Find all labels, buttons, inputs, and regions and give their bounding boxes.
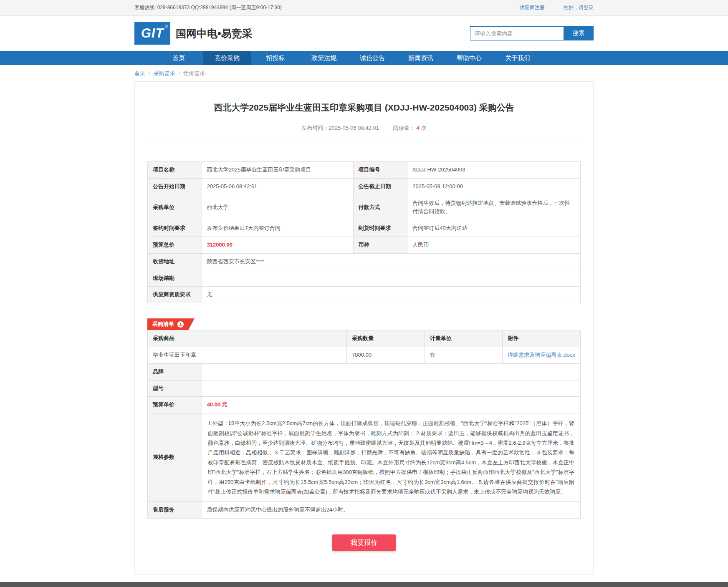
site-title: 国网中电•易竞采 [176, 27, 253, 40]
search-bar: 搜索 [470, 26, 594, 40]
search-input[interactable] [470, 26, 564, 40]
table-row: 收货地址 陕西省西安市长安区**** [148, 253, 581, 270]
nav-item-policies[interactable]: 政策法规 [300, 51, 348, 65]
unit-budget-price: 40.00 元 [202, 397, 580, 413]
project-number: XDJJ-HW-202504003 [407, 162, 581, 179]
signing-time-requirement: 发布竞价结果后7天内签订合同 [202, 220, 353, 237]
nav-item-about-us[interactable]: 关于我们 [493, 51, 542, 65]
login-link[interactable]: 您好，请登录 [564, 5, 594, 10]
site-logo[interactable]: GIT ® 国网中电•易竞采 [134, 22, 253, 45]
purchase-list-tab: 采购清单 1 [147, 318, 195, 330]
table-row: 售后服务 质保期内供应商对我中心提出的服务响应不得超出24小时。 [148, 502, 581, 519]
after-sales-service: 质保期内供应商对我中心提出的服务响应不得超出24小时。 [202, 502, 580, 519]
logo-icon: GIT ® [134, 22, 170, 45]
delivery-address: 陕西省西安市长安区**** [202, 253, 580, 270]
purchaser: 西北大学 [202, 195, 353, 220]
nav-item-home[interactable]: 首页 [154, 51, 203, 65]
publish-time: 发布时间：2025-05-06 08:42:01 [301, 125, 379, 131]
footer: 北京国网中电软件股份有限公司 ☎ 电话：029-86618373/1381100… [0, 582, 728, 587]
table-row: 规格参数 1.外型：印章大小为长2.5cm宽2.5cm高7cm的长方体，顶面打磨… [148, 413, 581, 502]
search-button[interactable]: 搜索 [564, 26, 594, 40]
specification-parameters: 1.外型：印章大小为长2.5cm宽2.5cm高7cm的长方体，顶面打磨成弧形，顶… [202, 413, 580, 502]
breadcrumb-separator: / [149, 70, 150, 76]
table-row: 毕业生蓝田玉印章 7800.00 套 详细需求及响应偏离表.docx [148, 347, 581, 363]
model [202, 380, 580, 397]
supplier-register-link[interactable]: 供应商注册 [520, 5, 545, 10]
table-row: 型号 [148, 380, 581, 397]
table-row: 预算总价 312000.00 币种 人民币 [148, 237, 581, 253]
breadcrumb-purchase-demand[interactable]: 采购需求 [154, 70, 175, 76]
nav-item-bidding-purchase[interactable]: 竞价采购 [203, 51, 251, 65]
table-header-row: 采购商品 采购数量 计量单位 附件 [148, 330, 581, 347]
breadcrumb: 首页/采购需求/竞价需求 [134, 65, 594, 81]
table-row: 采购单位 西北大学 付款方式 合同生效后，待货物到达指定地点、安装调试验收合格后… [148, 195, 581, 220]
site-header: GIT ® 国网中电•易竞采 搜索 [134, 16, 594, 51]
page-title: 西北大学2025届毕业生蓝田玉印章采购项目 (XDJJ-HW-202504003… [147, 102, 581, 113]
project-name: 西北大学2025届毕业生蓝田玉印章采购项目 [202, 162, 353, 179]
table-row: 项目名称 西北大学2025届毕业生蓝田玉印章采购项目 项目编号 XDJJ-HW-… [148, 162, 581, 179]
item-detail-table: 品牌 型号 预算单价 40.00 元 规格参数 1.外型：印章大小为长2.5cm… [147, 363, 581, 519]
nav-item-integrity-notice[interactable]: 诚信公告 [348, 51, 397, 65]
notice-end-date: 2025-05-09 12:00:00 [407, 178, 581, 195]
supplier-qualification: 无 [202, 287, 580, 303]
item-quantity: 7800.00 [347, 347, 425, 363]
table-row: 公告开始日期 2025-05-06 08:42:01 公告截止日期 2025-0… [148, 178, 581, 195]
logo-text: GIT [141, 26, 164, 41]
notice-meta: 发布时间：2025-05-06 08:42:01 阅读量：4次 [147, 124, 581, 143]
currency: 人民币 [407, 237, 581, 253]
delivery-time-requirement: 合同签订后40天内送达 [407, 220, 581, 237]
nav-item-news[interactable]: 新闻资讯 [397, 51, 445, 65]
item-name: 毕业生蓝田玉印章 [148, 347, 347, 363]
breadcrumb-current: 竞价需求 [183, 70, 205, 76]
table-row: 现场踏勘 [148, 270, 581, 287]
project-info-table: 项目名称 西北大学2025届毕业生蓝田玉印章采购项目 项目编号 XDJJ-HW-… [147, 161, 581, 303]
purchase-items-table: 采购商品 采购数量 计量单位 附件 毕业生蓝田玉印章 7800.00 套 详细需… [147, 330, 581, 364]
attachment-link[interactable]: 详细需求及响应偏离表.docx [508, 352, 575, 358]
notice-card: 西北大学2025届毕业生蓝田玉印章采购项目 (XDJJ-HW-202504003… [134, 81, 594, 574]
table-row: 签约时间要求 发布竞价结果后7天内签订合同 到货时间要求 合同签订后40天内送达 [148, 220, 581, 237]
nav-item-tenders[interactable]: 招投标 [251, 51, 300, 65]
breadcrumb-home[interactable]: 首页 [134, 70, 145, 76]
table-row: 预算单价 40.00 元 [148, 397, 581, 413]
total-budget: 312000.00 [202, 237, 353, 253]
notice-start-date: 2025-05-06 08:42:01 [202, 178, 353, 195]
hotline-text: 客服热线: 029-86618373 QQ:2881944994 (周一至周五9… [134, 4, 282, 11]
item-unit: 套 [425, 347, 503, 363]
topbar: 客服热线: 029-86618373 QQ:2881944994 (周一至周五9… [0, 0, 728, 16]
views-counter: 阅读量：4次 [393, 125, 427, 131]
topbar-links: 供应商注册 您好，请登录 [502, 4, 594, 11]
table-row: 品牌 [148, 363, 581, 380]
table-row: 供应商资质要求 无 [148, 287, 581, 303]
submit-quote-button[interactable]: 我要报价 [332, 534, 396, 551]
views-count: 4 [417, 125, 420, 131]
payment-method: 合同生效后，待货物到达指定地点、安装调试验收合格后，一次性付清合同货款。 [407, 195, 581, 220]
main-nav: 首页 竞价采购 招投标 政策法规 诚信公告 新闻资讯 帮助中心 关于我们 [0, 51, 728, 65]
site-survey [202, 270, 580, 287]
registered-mark: ® [165, 24, 168, 29]
breadcrumb-separator: / [179, 70, 180, 76]
item-count-badge: 1 [177, 321, 184, 328]
brand [202, 363, 580, 380]
nav-item-help-center[interactable]: 帮助中心 [445, 51, 493, 65]
